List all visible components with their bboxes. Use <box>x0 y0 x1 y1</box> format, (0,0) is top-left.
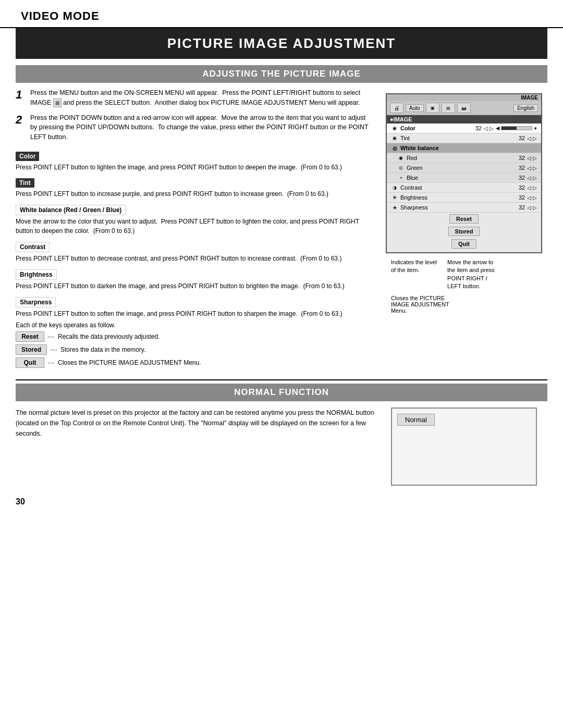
sub-section-sharpness: Sharpness Press POINT LEFT button to sof… <box>16 293 370 318</box>
sub-section-tint: Tint Press POINT LEFT button to increase… <box>16 174 370 199</box>
wb-text: Move the arrow to the color that you wan… <box>16 217 370 236</box>
contrast-icon: ◑ <box>391 184 398 191</box>
sub-section-color: Color Press POINT LEFT button to lighten… <box>16 147 370 172</box>
video-mode-header: VIDEO MODE <box>0 0 563 28</box>
color-arrows: ◁ ▷ <box>484 126 494 131</box>
sharpness-text: Press POINT LEFT button to soften the im… <box>16 309 370 318</box>
tint-value: 32 <box>515 135 525 141</box>
step-1: 1 Press the MENU button and the ON-SCREE… <box>16 88 370 108</box>
color-label: Color <box>16 152 39 161</box>
reset-row: Reset ···· Recalls the data previously a… <box>16 331 370 342</box>
color-row: ◉ Color 32 ◁ ▷ ◄ ● <box>387 124 541 133</box>
quit-button-label[interactable]: Quit <box>16 357 44 368</box>
wb-label: White balance (Red / Green / Blue) <box>16 205 126 215</box>
contrast-row: ◑ Contrast 32 ◁ ▷ <box>387 183 541 193</box>
annotation-arrow: Move the arrow tothe item and pressPOINT… <box>447 258 495 291</box>
main-title-banner: PICTURE IMAGE ADJUSTMENT <box>16 28 547 59</box>
blue-value: 32 <box>515 175 525 181</box>
image-dialog: IMAGE 🖨 Auto ▣ ▤ 📷 English ●IMAGE ◉ Colo… <box>386 93 542 253</box>
image-dialog-header-label: IMAGE <box>521 95 538 101</box>
dialog-reset-button[interactable]: Reset <box>449 214 479 224</box>
tint-arrows: ◁ ▷ <box>527 135 537 141</box>
sharpness-arrows: ◁ ▷ <box>527 205 537 211</box>
brightness-label: Brightness <box>16 269 57 280</box>
wb-icon: ◎ <box>391 144 398 152</box>
adjusting-title: ADJUSTING THE PICTURE IMAGE <box>16 69 547 79</box>
language-button[interactable]: English <box>513 104 538 112</box>
right-column: IMAGE 🖨 Auto ▣ ▤ 📷 English ●IMAGE ◉ Colo… <box>381 88 547 371</box>
dot-indicator: ● <box>534 126 537 131</box>
mode-icon-1: ▣ <box>426 103 439 113</box>
step-2-number: 2 <box>16 113 30 142</box>
key-ops: Each of the keys operates as follow. Res… <box>16 322 370 368</box>
red-value: 32 <box>515 155 525 161</box>
blue-icon: ▪ <box>397 174 405 181</box>
green-row-label: Green <box>407 165 515 171</box>
wb-section-header: ◎ White balance <box>387 143 541 153</box>
dialog-stored-button[interactable]: Stored <box>448 227 480 236</box>
annotation-level: Indicates the levelof the item. <box>391 258 437 291</box>
blue-row-label: Blue <box>407 175 515 181</box>
color-value: 32 <box>471 125 482 131</box>
sub-section-contrast: Contrast Press POINT LEFT button to decr… <box>16 238 370 263</box>
color-row-label: Color <box>400 125 471 131</box>
sharpness-label: Sharpness <box>16 297 56 307</box>
stored-button-label[interactable]: Stored <box>16 344 47 355</box>
main-title: PICTURE IMAGE ADJUSTMENT <box>16 35 547 52</box>
separator-line <box>16 379 547 380</box>
tint-row: ◉ Tint 32 ◁ ▷ <box>387 133 541 143</box>
stored-description: ···· Stores the data in the memory. <box>50 346 145 353</box>
tint-label: Tint <box>16 178 34 188</box>
green-value: 32 <box>515 165 525 171</box>
content-area: 1 Press the MENU button and the ON-SCREE… <box>16 83 547 376</box>
color-bar <box>501 126 532 130</box>
image-icon: ⊞ <box>53 98 62 107</box>
image-label-bar: ●IMAGE <box>387 115 541 124</box>
arrow-pointer: ◄ <box>495 125 501 132</box>
sharpness-value: 32 <box>515 204 525 211</box>
step-1-text: Press the MENU button and the ON-SCREEN … <box>30 88 370 108</box>
red-icon: ◉ <box>397 154 405 162</box>
auto-button[interactable]: Auto <box>406 104 424 112</box>
sharpness-icon: ◈ <box>391 204 398 211</box>
normal-section-header: NORMAL FUNCTION <box>16 384 547 401</box>
step-2: 2 Press the POINT DOWN button and a red-… <box>16 113 370 142</box>
step-1-number: 1 <box>16 88 30 108</box>
green-row: ◎ Green 32 ◁ ▷ <box>387 163 541 173</box>
tint-text: Press POINT LEFT button to increase purp… <box>16 189 370 199</box>
brightness-text: Press POINT LEFT button to darken the im… <box>16 281 370 291</box>
green-arrows: ◁ ▷ <box>527 165 537 171</box>
tint-row-label: Tint <box>400 135 515 141</box>
step-2-text: Press the POINT DOWN button and a red-ar… <box>30 113 370 142</box>
dialog-stored-row: Stored <box>387 225 541 238</box>
contrast-row-label: Contrast <box>400 184 515 191</box>
dialog-quit-button[interactable]: Quit <box>451 239 476 249</box>
sub-section-wb: White balance (Red / Green / Blue) Move … <box>16 201 370 236</box>
contrast-arrows: ◁ ▷ <box>527 185 537 191</box>
wb-section-label: White balance <box>400 145 439 151</box>
mode-icon-3: 📷 <box>457 103 471 113</box>
sharpness-row-label: Sharpness <box>400 204 515 211</box>
color-bar-fill <box>501 127 517 130</box>
quit-description: ···· Closes the PICTURE IMAGE ADJUSTMENT… <box>47 359 201 366</box>
red-arrows: ◁ ▷ <box>527 155 537 161</box>
reset-button-label[interactable]: Reset <box>16 331 44 342</box>
blue-arrows: ◁ ▷ <box>527 175 537 181</box>
video-mode-title: VIDEO MODE <box>21 9 100 22</box>
contrast-value: 32 <box>515 184 525 191</box>
dialog-quit-row: Quit <box>387 238 541 250</box>
normal-right: Normal <box>391 408 547 486</box>
left-column: 1 Press the MENU button and the ON-SCREE… <box>16 88 381 371</box>
brightness-row-label: Brightness <box>400 194 515 201</box>
adjusting-section-header: ADJUSTING THE PICTURE IMAGE <box>16 65 547 83</box>
brightness-icon: ☀ <box>391 194 398 201</box>
green-icon: ◎ <box>397 164 405 171</box>
normal-text: The normal picture level is preset on th… <box>16 408 381 439</box>
image-label-text: ●IMAGE <box>390 116 412 122</box>
brightness-value: 32 <box>515 194 525 201</box>
dialog-reset-row: Reset <box>387 213 541 225</box>
quit-annotation: Closes the PICTUREIMAGE ADJUSTMENTMenu. <box>391 295 547 314</box>
normal-section-title: NORMAL FUNCTION <box>16 387 547 398</box>
normal-content: The normal picture level is preset on th… <box>16 401 547 492</box>
blue-row: ▪ Blue 32 ◁ ▷ <box>387 173 541 183</box>
